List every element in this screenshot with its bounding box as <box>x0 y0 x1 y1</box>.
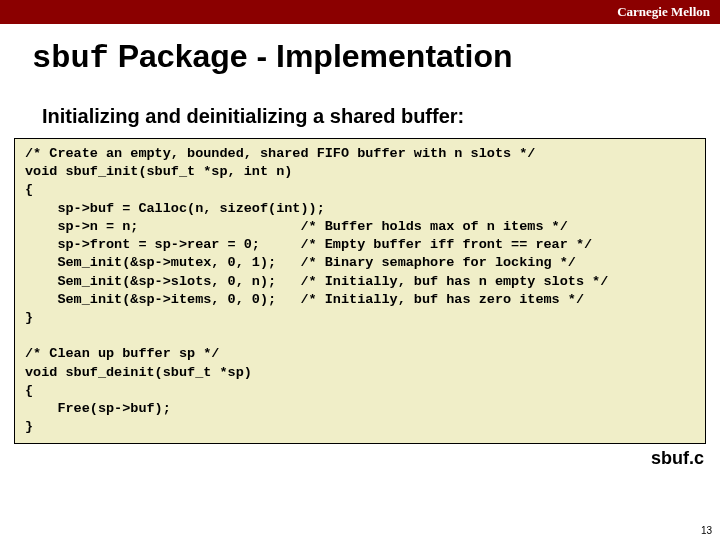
title-rest: Package - Implementation <box>109 38 513 74</box>
filename-label: sbuf.c <box>0 444 720 469</box>
page-number: 13 <box>701 525 712 536</box>
title-code: sbuf <box>32 40 109 77</box>
org-label: Carnegie Mellon <box>617 4 710 19</box>
slide-title: sbuf Package - Implementation <box>0 24 720 77</box>
header-bar: Carnegie Mellon <box>0 0 720 24</box>
code-block: /* Create an empty, bounded, shared FIFO… <box>14 138 706 444</box>
slide-subtitle: Initializing and deinitializing a shared… <box>0 77 720 138</box>
